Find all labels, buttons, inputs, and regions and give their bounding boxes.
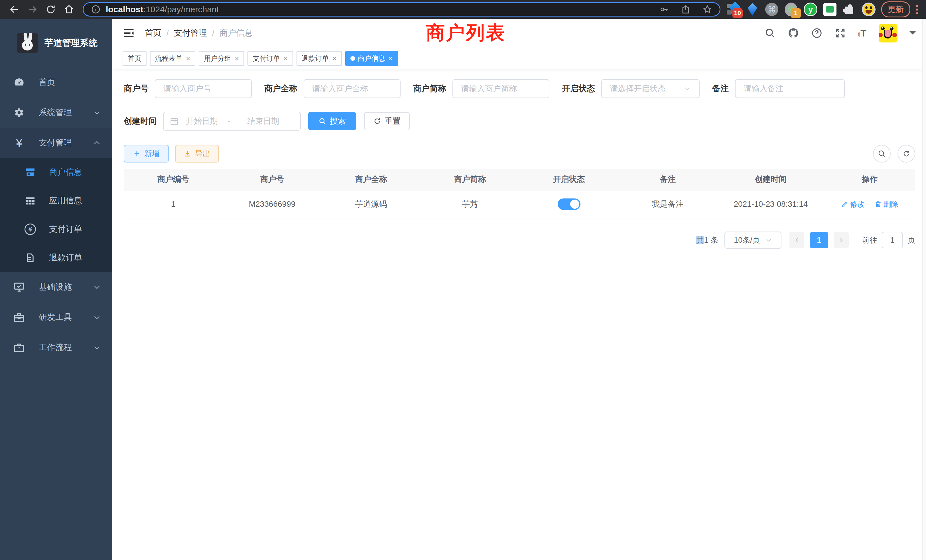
monitor-icon: [13, 281, 25, 293]
extension-proxy-icon[interactable]: 1: [784, 3, 798, 16]
url-host: localhost: [106, 5, 144, 14]
tag-label: 支付订单: [253, 54, 280, 63]
github-icon[interactable]: [788, 27, 799, 39]
extensions-puzzle-icon[interactable]: [843, 3, 856, 16]
tag-home[interactable]: 首页: [123, 51, 147, 66]
sidebar-item-merchant-info[interactable]: 商户信息: [0, 158, 112, 186]
sidebar-item-home[interactable]: 首页: [0, 67, 112, 97]
filter-row-1: 商户号 请输入商户号 商户全称 请输入商户全称 商户简称: [124, 79, 915, 98]
page-content: 商户号 请输入商户号 商户全称 请输入商户全称 商户简称: [112, 70, 926, 249]
browser-menu-icon[interactable]: [913, 5, 921, 14]
sidebar-item-pay-order[interactable]: ¥ 支付订单: [0, 215, 112, 244]
sidebar-logo[interactable]: 芋道管理系统: [0, 19, 112, 67]
avatar-caret-icon[interactable]: [909, 31, 916, 38]
filter-create-time: 创建时间 开始日期 - 结束日期: [124, 112, 301, 130]
close-icon[interactable]: ×: [283, 55, 287, 62]
tag-pay-order[interactable]: 支付订单 ×: [247, 51, 293, 66]
collapse-sidebar-icon[interactable]: [123, 27, 135, 39]
close-icon[interactable]: ×: [235, 55, 239, 62]
sidebar-item-app-info[interactable]: 应用信息: [0, 186, 112, 215]
col-merchant-id: 商户编号: [124, 174, 222, 185]
extension-yudao-icon[interactable]: y: [804, 3, 817, 16]
sidebar-item-system[interactable]: 系统管理: [0, 97, 112, 128]
browser-home-button[interactable]: [62, 2, 76, 17]
user-avatar[interactable]: [879, 24, 897, 42]
logo-avatar: [17, 33, 38, 53]
remark-input[interactable]: 请输入备注: [735, 79, 845, 98]
toggle-search-button[interactable]: [873, 145, 891, 162]
page-number-1[interactable]: 1: [810, 232, 828, 248]
tag-user-group[interactable]: 用户分组 ×: [199, 51, 244, 66]
range-separator: -: [227, 117, 230, 126]
export-button[interactable]: 导出: [175, 145, 219, 162]
extension-badge: 10: [732, 8, 743, 18]
goto-page-input[interactable]: [882, 232, 903, 248]
prev-page-button[interactable]: [790, 232, 804, 248]
chevron-down-icon: [684, 85, 691, 92]
tag-merchant-info[interactable]: 商户信息 ×: [345, 51, 398, 66]
bookmark-star-icon[interactable]: [702, 5, 712, 14]
extension-grid-icon[interactable]: 10: [726, 3, 740, 16]
help-icon[interactable]: [811, 27, 823, 39]
cell-merchant-no: M233666999: [222, 200, 322, 209]
address-bar[interactable]: localhost:1024/pay/merchant: [83, 2, 720, 17]
merchant-table: 商户编号 商户号 商户全称 商户简称 开启状态 备注 创建时间 操作 1 M23…: [124, 169, 915, 218]
browser-back-button[interactable]: [7, 2, 22, 17]
merchant-name-input[interactable]: 请输入商户全称: [304, 79, 401, 98]
browser-forward-button[interactable]: [25, 2, 40, 17]
forward-icon: [27, 4, 38, 15]
password-key-icon[interactable]: [659, 5, 669, 14]
merchant-short-name-input[interactable]: 请输入商户简称: [452, 79, 549, 98]
close-icon[interactable]: ×: [333, 55, 337, 62]
page-size-select[interactable]: 10条/页: [725, 232, 781, 249]
sidebar-item-dev-tools[interactable]: 研发工具: [0, 302, 112, 333]
close-icon[interactable]: ×: [389, 55, 393, 62]
pagination-total: 共1 条: [696, 235, 718, 245]
filter-remark: 备注 请输入备注: [712, 79, 845, 98]
reload-icon: [45, 4, 56, 15]
reset-button[interactable]: 重置: [364, 112, 410, 130]
breadcrumb-payment[interactable]: 支付管理: [174, 27, 207, 39]
field-label: 开启状态: [562, 83, 595, 94]
sidebar-item-workflow[interactable]: 工作流程: [0, 333, 112, 363]
close-icon[interactable]: ×: [186, 55, 190, 62]
extension-chat-icon[interactable]: [823, 3, 837, 16]
breadcrumb: 首页 / 支付管理 / 商户信息: [145, 27, 253, 39]
breadcrumb-home[interactable]: 首页: [145, 27, 161, 39]
cell-remark: 我是备注: [618, 199, 717, 210]
extension-command-icon[interactable]: ⌘: [765, 3, 779, 16]
edit-link[interactable]: 修改: [841, 199, 865, 209]
total-rest: 1 条: [704, 236, 718, 244]
next-page-button[interactable]: [834, 232, 849, 248]
home-icon: [64, 4, 74, 15]
search-icon[interactable]: [764, 27, 776, 39]
tag-process-form[interactable]: 流程表单 ×: [150, 51, 195, 66]
add-button[interactable]: 新增: [124, 145, 169, 162]
sidebar-item-refund-order[interactable]: 退款订单: [0, 244, 112, 272]
profile-emoji-icon[interactable]: [862, 3, 876, 16]
extension-gem-icon[interactable]: [746, 3, 759, 16]
sidebar-item-payment[interactable]: ¥ 支付管理: [0, 128, 112, 158]
fullscreen-icon[interactable]: [834, 27, 846, 39]
merchant-no-input[interactable]: 请输入商户号: [155, 79, 252, 98]
cell-merchant-id: 1: [124, 200, 222, 209]
sidebar-item-infrastructure[interactable]: 基础设施: [0, 272, 112, 302]
status-toggle[interactable]: [558, 198, 581, 210]
tag-refund-order[interactable]: 退款订单 ×: [297, 51, 342, 66]
page-info-icon[interactable]: [91, 5, 101, 14]
search-icon: [318, 117, 327, 125]
delete-link[interactable]: 删除: [875, 199, 898, 209]
navbar-actions: tT: [764, 24, 916, 42]
breadcrumb-separator: /: [166, 29, 169, 38]
col-status: 开启状态: [519, 174, 618, 185]
field-label: 商户号: [124, 83, 148, 94]
share-icon[interactable]: [681, 5, 690, 14]
date-range-picker[interactable]: 开始日期 - 结束日期: [163, 112, 301, 130]
browser-update-button[interactable]: 更新: [881, 2, 910, 17]
status-select[interactable]: 请选择开启状态: [601, 79, 700, 98]
search-button[interactable]: 搜索: [308, 112, 356, 130]
font-size-icon[interactable]: tT: [858, 28, 867, 39]
page-scrollbar[interactable]: [922, 19, 926, 560]
browser-reload-button[interactable]: [43, 2, 58, 17]
refresh-table-button[interactable]: [897, 145, 915, 162]
